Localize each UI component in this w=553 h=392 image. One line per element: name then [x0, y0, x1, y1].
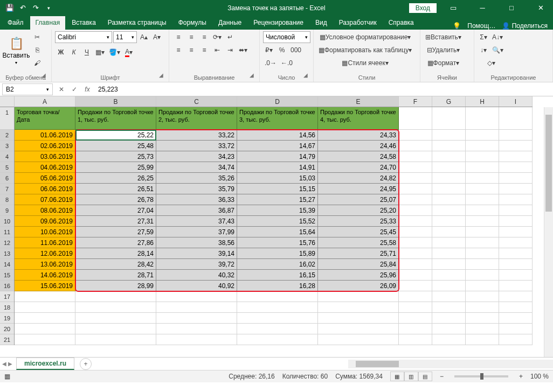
- cell[interactable]: 24,95: [318, 184, 399, 194]
- cell[interactable]: [466, 227, 499, 237]
- cell[interactable]: Продажи по Торговой точке 4, тыс. руб.: [318, 107, 399, 130]
- cell[interactable]: [237, 334, 318, 345]
- cell[interactable]: [466, 151, 499, 162]
- col-header-C[interactable]: C: [156, 96, 237, 107]
- col-header-I[interactable]: I: [499, 96, 533, 107]
- align-bottom-icon[interactable]: ≡: [198, 31, 210, 43]
- cell[interactable]: [499, 173, 533, 184]
- cell[interactable]: Продажи по Торговой точке 1, тыс. руб.: [75, 107, 156, 130]
- maximize-icon[interactable]: □: [499, 0, 524, 16]
- cell[interactable]: [499, 281, 533, 291]
- name-box[interactable]: B2▾: [2, 83, 53, 95]
- format-as-table-button[interactable]: ▦ Форматировать как таблицу ▾: [317, 44, 413, 56]
- tab-help[interactable]: Справка: [383, 16, 419, 30]
- tab-data[interactable]: Данные: [213, 16, 247, 30]
- cell[interactable]: [318, 302, 399, 313]
- cell[interactable]: [75, 334, 156, 345]
- select-all-corner[interactable]: [0, 96, 15, 107]
- cell[interactable]: [75, 313, 156, 324]
- save-icon[interactable]: 💾: [3, 2, 16, 15]
- row-header-3[interactable]: 3: [0, 141, 14, 151]
- align-right-icon[interactable]: ≡: [198, 44, 210, 56]
- format-painter-icon[interactable]: 🖌: [31, 57, 43, 69]
- align-top-icon[interactable]: ≡: [172, 31, 184, 43]
- increase-font-icon[interactable]: A▴: [138, 31, 150, 43]
- cell[interactable]: [432, 194, 466, 205]
- merge-icon[interactable]: ⬌▾: [237, 44, 249, 56]
- cell[interactable]: [466, 205, 499, 216]
- cell[interactable]: [399, 291, 432, 302]
- row-header-9[interactable]: 9: [0, 205, 14, 216]
- cell[interactable]: [156, 324, 237, 334]
- cell[interactable]: [237, 302, 318, 313]
- cell[interactable]: 24,58: [318, 151, 399, 162]
- row-headers[interactable]: 123456789101112131415161718192021: [0, 107, 15, 345]
- cell[interactable]: [399, 141, 432, 151]
- cell[interactable]: 10.06.2019: [15, 227, 75, 237]
- page-break-view-icon[interactable]: ▤: [418, 372, 432, 381]
- copy-icon[interactable]: ⎘: [31, 44, 43, 56]
- italic-button[interactable]: К: [68, 46, 80, 58]
- cell[interactable]: [432, 227, 466, 237]
- cell[interactable]: 15,15: [237, 184, 318, 194]
- cell[interactable]: [499, 313, 533, 324]
- cell[interactable]: [466, 313, 499, 324]
- cell[interactable]: [499, 237, 533, 248]
- cell[interactable]: [499, 162, 533, 173]
- tab-insert[interactable]: Вставка: [66, 16, 101, 30]
- cell[interactable]: 24,46: [318, 141, 399, 151]
- cell[interactable]: 07.06.2019: [15, 194, 75, 205]
- qat-customize-icon[interactable]: ▾: [42, 2, 55, 15]
- cell[interactable]: 08.06.2019: [15, 205, 75, 216]
- cell[interactable]: [499, 291, 533, 302]
- zoom-in-icon[interactable]: +: [519, 373, 523, 380]
- cell[interactable]: 06.06.2019: [15, 184, 75, 194]
- cell[interactable]: [466, 324, 499, 334]
- row-header-8[interactable]: 8: [0, 194, 14, 205]
- cell[interactable]: [318, 291, 399, 302]
- ribbon-options-icon[interactable]: ▭: [441, 0, 466, 16]
- col-header-A[interactable]: A: [15, 96, 75, 107]
- col-header-D[interactable]: D: [237, 96, 318, 107]
- cell[interactable]: 25,58: [318, 237, 399, 248]
- row-header-12[interactable]: 12: [0, 237, 14, 248]
- cell[interactable]: 26,09: [318, 281, 399, 291]
- cell[interactable]: [156, 291, 237, 302]
- alignment-launcher-icon[interactable]: ◢: [250, 72, 257, 80]
- formula-bar[interactable]: 25,223: [94, 86, 553, 93]
- row-header-1[interactable]: 1: [0, 107, 14, 130]
- cell[interactable]: 27,86: [75, 237, 156, 248]
- increase-decimal-icon[interactable]: .0→: [263, 57, 278, 69]
- cell[interactable]: [432, 107, 466, 130]
- cell[interactable]: [318, 313, 399, 324]
- row-header-2[interactable]: 2: [0, 130, 14, 141]
- cell[interactable]: 25,33: [318, 216, 399, 227]
- cell[interactable]: [237, 291, 318, 302]
- col-header-F[interactable]: F: [399, 96, 432, 107]
- align-left-icon[interactable]: ≡: [172, 44, 184, 56]
- row-header-14[interactable]: 14: [0, 259, 14, 270]
- cell[interactable]: [399, 162, 432, 173]
- cell[interactable]: [15, 324, 75, 334]
- row-header-10[interactable]: 10: [0, 216, 14, 227]
- cell[interactable]: [432, 141, 466, 151]
- cut-icon[interactable]: ✂: [31, 31, 43, 43]
- cell[interactable]: [466, 216, 499, 227]
- orientation-icon[interactable]: ⟳▾: [211, 31, 223, 43]
- cell[interactable]: 11.06.2019: [15, 237, 75, 248]
- cell[interactable]: [499, 248, 533, 259]
- cell[interactable]: [15, 291, 75, 302]
- enter-formula-icon[interactable]: ✓: [68, 86, 81, 93]
- cell[interactable]: [399, 130, 432, 141]
- insert-cells-button[interactable]: ⊞ Вставить ▾: [424, 31, 463, 43]
- row-header-18[interactable]: 18: [0, 302, 14, 313]
- cell[interactable]: [499, 205, 533, 216]
- zoom-thumb[interactable]: [480, 373, 483, 380]
- row-header-20[interactable]: 20: [0, 324, 14, 334]
- cell[interactable]: 15,52: [237, 216, 318, 227]
- decrease-font-icon[interactable]: A▾: [151, 31, 163, 43]
- tab-view[interactable]: Вид: [310, 16, 333, 30]
- cell[interactable]: [237, 313, 318, 324]
- cell[interactable]: [499, 259, 533, 270]
- row-header-17[interactable]: 17: [0, 291, 14, 302]
